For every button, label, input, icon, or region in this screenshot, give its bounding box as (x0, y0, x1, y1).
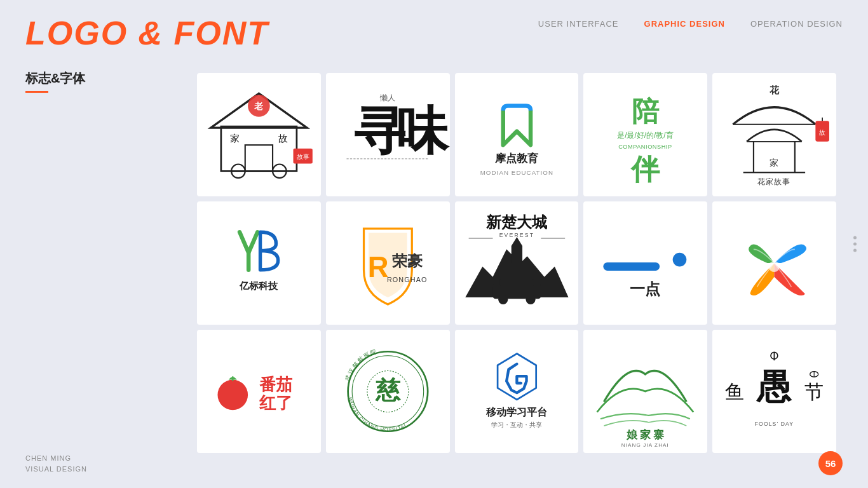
logo-card-6: 亿标科技 (197, 201, 321, 325)
author-line1: CHEN MING (25, 453, 87, 464)
page: LOGO & FONT USER INTERFACE GRAPHIC DESIG… (0, 0, 868, 488)
svg-text:FOOLS' DAY: FOOLS' DAY (755, 421, 794, 427)
svg-text:COMPANIONSHIP: COMPANIONSHIP (619, 144, 672, 150)
logo-card-2: 懒人 寻 味 (326, 73, 450, 196)
svg-point-46 (498, 295, 508, 304)
svg-text:红了: 红了 (259, 394, 292, 412)
top-nav: USER INTERFACE GRAPHIC DESIGN OPERATION … (538, 19, 843, 29)
subtitle-text: 标志&字体 (25, 70, 85, 87)
logo-card-5: 家 故 花家故事 花 (712, 73, 836, 196)
svg-text:是/最/好/的/教/育: 是/最/好/的/教/育 (618, 131, 674, 140)
page-title: LOGO & FONT (25, 14, 269, 52)
svg-text:NIANG JIA ZHAI: NIANG JIA ZHAI (621, 442, 669, 448)
svg-text:故: 故 (278, 133, 288, 144)
logo-card-7: R 荣豪 RONGHAO (326, 201, 450, 325)
footer-text: CHEN MING VISUAL DESIGN (25, 453, 87, 475)
subtitle-area: 标志&字体 (25, 70, 85, 93)
svg-text:番茄: 番茄 (259, 376, 293, 394)
svg-text:家: 家 (770, 158, 779, 168)
svg-rect-42 (511, 246, 522, 263)
svg-point-53 (217, 380, 248, 410)
svg-text:一点: 一点 (630, 281, 661, 297)
svg-text:花家故事: 花家故事 (757, 177, 790, 186)
author-line2: VISUAL DESIGN (25, 464, 87, 475)
logo-card-1: 老 家 故 故事 (197, 73, 321, 196)
svg-point-50 (673, 253, 687, 267)
svg-rect-2 (245, 145, 273, 171)
svg-text:荣豪: 荣豪 (391, 253, 423, 269)
svg-text:MODIAN EDUCATION: MODIAN EDUCATION (480, 169, 553, 176)
nav-graphic-design[interactable]: GRAPHIC DESIGN (644, 19, 725, 29)
dot-1 (853, 236, 857, 240)
nav-operation-design[interactable]: OPERATION DESIGN (750, 19, 843, 29)
svg-text:移动学习平台: 移动学习平台 (485, 406, 547, 417)
svg-text:故: 故 (819, 129, 825, 136)
svg-text:摩点教育: 摩点教育 (494, 152, 539, 165)
dot-2 (853, 243, 857, 246)
svg-text:味: 味 (397, 103, 450, 160)
svg-text:愚: 愚 (756, 368, 793, 406)
logo-grid: 老 家 故 故事 懒人 寻 味 (197, 73, 836, 453)
page-number: 56 (818, 451, 843, 475)
logo-card-13: 移动学习平台 学习・互动・共享 (455, 330, 579, 453)
svg-text:鱼: 鱼 (725, 381, 744, 403)
svg-text:老: 老 (254, 101, 264, 111)
svg-text:故事: 故事 (297, 153, 309, 160)
svg-text:陪: 陪 (632, 96, 660, 126)
logo-card-12: 武汉慈航医院 WUHAN CIHANG HOSPITAL 慈 (326, 330, 450, 453)
logo-card-9: 一点 (583, 201, 707, 325)
svg-text:家: 家 (230, 133, 240, 144)
svg-text:花: 花 (769, 85, 780, 95)
logo-card-3: 摩点教育 MODIAN EDUCATION (455, 73, 579, 196)
svg-rect-45 (499, 279, 534, 286)
logo-card-15: 鱼 愚 节 FOOLS' DAY (712, 330, 836, 453)
logo-card-11: 番茄 红了 (197, 330, 321, 453)
nav-user-interface[interactable]: USER INTERFACE (538, 19, 619, 29)
scroll-indicator (853, 236, 857, 252)
svg-text:节: 节 (804, 381, 824, 403)
logo-card-4: 陪 是/最/好/的/教/育 COMPANIONSHIP 伴 (583, 73, 707, 196)
svg-text:伴: 伴 (630, 153, 660, 186)
logo-card-10 (712, 201, 836, 325)
logo-card-14: 娘 家 寨 NIANG JIA ZHAI (583, 330, 707, 453)
svg-text:亿标科技: 亿标科技 (239, 280, 278, 291)
svg-point-47 (526, 295, 535, 304)
svg-text:慈: 慈 (375, 376, 401, 403)
svg-text:娘 家 寨: 娘 家 寨 (626, 428, 665, 441)
subtitle-line (25, 91, 48, 93)
svg-marker-43 (511, 237, 522, 246)
svg-text:新楚大城: 新楚大城 (486, 214, 548, 231)
svg-text:R: R (368, 251, 389, 283)
dot-3 (853, 249, 857, 252)
logo-card-8: 新楚大城 EVEREST (455, 201, 579, 325)
svg-text:学习・互动・共享: 学习・互动・共享 (491, 421, 542, 428)
svg-text:RONGHAO: RONGHAO (387, 276, 427, 283)
svg-text:懒人: 懒人 (379, 93, 395, 102)
